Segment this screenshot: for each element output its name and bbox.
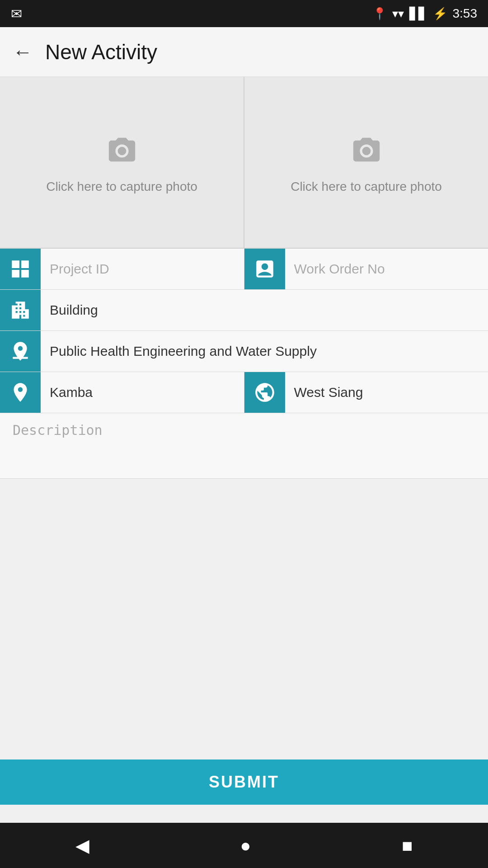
project-work-row: [0, 249, 488, 290]
battery-icon: ⚡: [433, 7, 447, 21]
nav-back-button[interactable]: ◀: [75, 835, 89, 856]
signal-icon: ▋▋: [409, 7, 427, 21]
camera-icon-1: [102, 131, 142, 171]
svg-rect-0: [14, 262, 17, 266]
status-bar-left: ✉: [11, 6, 22, 22]
description-input[interactable]: [13, 422, 475, 467]
work-order-input[interactable]: [285, 249, 488, 289]
location-field[interactable]: Kamba: [0, 372, 244, 413]
building-icon: [0, 290, 41, 330]
description-field[interactable]: [0, 413, 488, 479]
location-icon: 📍: [372, 7, 387, 21]
back-button[interactable]: ←: [13, 42, 33, 62]
status-bar-right: 📍 ▾▾ ▋▋ ⚡ 3:53: [372, 6, 478, 21]
building-label: Building: [41, 290, 488, 330]
svg-rect-1: [14, 272, 17, 275]
photo-capture-1[interactable]: Click here to capture photo: [0, 77, 244, 248]
camera-icon-2: [346, 131, 387, 171]
photo-label-1: Click here to capture photo: [46, 179, 197, 194]
work-order-icon: [244, 249, 285, 289]
svg-rect-3: [23, 272, 27, 275]
district-field[interactable]: West Siang: [244, 372, 488, 413]
department-icon: [0, 331, 41, 372]
svg-rect-2: [23, 262, 27, 266]
wifi-icon: ▾▾: [392, 7, 404, 21]
app-bar: ← New Activity: [0, 27, 488, 77]
spacer: [0, 479, 488, 760]
location-district-row: Kamba West Siang: [0, 372, 488, 413]
work-order-field[interactable]: [244, 249, 488, 289]
location-label: Kamba: [41, 372, 244, 413]
main-content: Click here to capture photo Click here t…: [0, 77, 488, 868]
photo-capture-2[interactable]: Click here to capture photo: [244, 77, 488, 248]
mail-icon: ✉: [11, 6, 22, 22]
nav-home-button[interactable]: ●: [240, 835, 251, 856]
nav-recent-button[interactable]: ■: [402, 835, 413, 856]
project-icon: [0, 249, 41, 289]
status-bar: ✉ 📍 ▾▾ ▋▋ ⚡ 3:53: [0, 0, 488, 27]
photo-section: Click here to capture photo Click here t…: [0, 77, 488, 249]
district-label: West Siang: [285, 372, 488, 413]
district-icon: [244, 372, 285, 413]
department-field[interactable]: Public Health Engineering and Water Supp…: [0, 331, 488, 372]
nav-bar: ◀ ● ■: [0, 823, 488, 868]
photo-label-2: Click here to capture photo: [291, 179, 442, 194]
location-icon: [0, 372, 41, 413]
project-id-input[interactable]: [41, 249, 244, 289]
form-section: Building Public Health Engineering and W…: [0, 249, 488, 479]
department-label: Public Health Engineering and Water Supp…: [41, 331, 488, 372]
clock: 3:53: [453, 6, 478, 21]
page-title: New Activity: [45, 40, 157, 64]
building-field[interactable]: Building: [0, 290, 488, 331]
submit-button[interactable]: SUBMIT: [0, 760, 488, 805]
project-id-field[interactable]: [0, 249, 244, 289]
